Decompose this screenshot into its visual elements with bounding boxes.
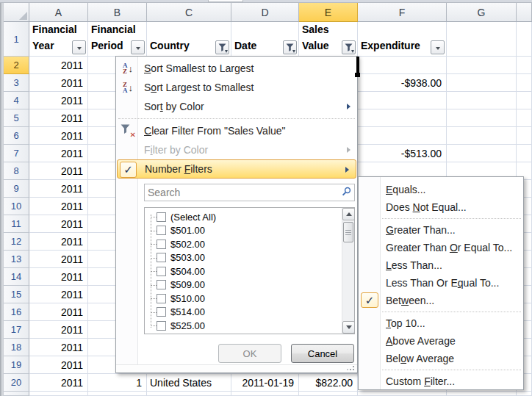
cell-A6[interactable]: 2011	[29, 127, 88, 145]
cell-H4[interactable]	[517, 92, 532, 109]
cell-A17[interactable]: 2011	[29, 321, 88, 339]
cell-F4[interactable]	[358, 92, 447, 109]
cell-F3[interactable]: -$938.00	[358, 74, 447, 92]
filter-button-financial-year[interactable]	[72, 40, 86, 54]
checkbox[interactable]	[157, 226, 166, 235]
cell-A4[interactable]: 2011	[29, 92, 88, 109]
filter-button-sales-value[interactable]	[342, 40, 356, 54]
menu-item-clear-filter-from-sales-value[interactable]: ✕Clear Filter From "Sales Value"	[116, 121, 357, 140]
row-header-17[interactable]: 17	[4, 321, 29, 339]
row-header-9[interactable]: 9	[4, 180, 29, 198]
submenu-item-above-average[interactable]: Above Average	[359, 332, 523, 350]
filter-value-item[interactable]: $525.00	[145, 319, 341, 333]
cell[interactable]	[447, 392, 517, 396]
cell[interactable]	[358, 392, 447, 396]
cell-C20[interactable]: United States	[147, 374, 231, 392]
scroll-up-icon[interactable]	[342, 208, 355, 220]
search-input[interactable]	[145, 187, 342, 198]
checkbox[interactable]	[157, 321, 166, 331]
cell-F5[interactable]	[358, 109, 447, 127]
row-header-14[interactable]: 14	[4, 268, 29, 286]
filter-button-expenditure[interactable]	[431, 40, 445, 54]
cell-H6[interactable]	[517, 127, 532, 145]
menu-item-filter-by-color[interactable]: Filter by Color	[116, 140, 357, 159]
filter-value-item[interactable]: (Select All)	[145, 210, 341, 224]
row-header-partial[interactable]	[4, 392, 29, 396]
row-header-7[interactable]: 7	[4, 145, 29, 162]
checkbox[interactable]	[157, 240, 166, 249]
cell-H2[interactable]	[517, 57, 532, 74]
submenu-item-greater-than-or-equal-to[interactable]: Greater Than Or Equal To...	[359, 239, 523, 256]
row-header-15[interactable]: 15	[4, 286, 29, 303]
cell[interactable]	[299, 392, 358, 396]
checkbox[interactable]	[157, 253, 166, 262]
filter-button-financial-period[interactable]	[131, 40, 145, 54]
cell-G4[interactable]	[447, 92, 517, 109]
cell-A18[interactable]: 2011	[29, 339, 88, 356]
submenu-item-below-average[interactable]: Below Average	[359, 350, 523, 367]
cell-A15[interactable]: 2011	[29, 286, 88, 303]
menu-item-number-filters[interactable]: ✓Number Filters	[117, 159, 356, 179]
row-header-2[interactable]: 2	[4, 57, 29, 74]
column-header-C[interactable]: C	[147, 3, 231, 22]
filter-value-item[interactable]: $501.00	[145, 224, 341, 238]
cell[interactable]	[231, 392, 299, 396]
scrollbar[interactable]	[342, 208, 354, 334]
cell-G5[interactable]	[447, 109, 517, 127]
cell-A14[interactable]: 2011	[29, 268, 88, 286]
submenu-item-does-not-equal[interactable]: Does Not Equal...	[359, 198, 523, 216]
cell-A3[interactable]: 2011	[29, 74, 88, 92]
cell-F7[interactable]: -$513.00	[358, 145, 447, 162]
cell[interactable]	[447, 22, 517, 57]
cell-A9[interactable]: 2011	[29, 180, 88, 198]
column-header-E[interactable]: E	[299, 3, 358, 22]
row-header-11[interactable]: 11	[4, 215, 29, 233]
filter-value-item[interactable]: $509.00	[145, 278, 341, 292]
column-header-A[interactable]: A	[29, 3, 88, 22]
cell-G3[interactable]	[447, 74, 517, 92]
filter-value-item[interactable]: $504.00	[145, 264, 341, 278]
cell-A2[interactable]: 2011	[29, 57, 88, 74]
filter-value-item[interactable]: $503.00	[145, 251, 341, 265]
column-header-D[interactable]: D	[231, 3, 299, 22]
submenu-item-less-than[interactable]: Less Than...	[359, 256, 523, 274]
row-header-10[interactable]: 10	[4, 198, 29, 215]
submenu-item-less-than-or-equal-to[interactable]: Less Than Or Equal To...	[359, 274, 523, 292]
search-icon[interactable]	[342, 186, 351, 199]
fill-handle[interactable]	[355, 73, 360, 77]
checkbox[interactable]	[157, 280, 166, 289]
column-header-G[interactable]: G	[447, 3, 517, 22]
cell[interactable]	[147, 392, 231, 396]
cell-A20[interactable]: 2011	[29, 374, 88, 392]
column-header-B[interactable]: B	[88, 3, 147, 22]
cell-H5[interactable]	[517, 109, 532, 127]
cell-F6[interactable]	[358, 127, 447, 145]
checkbox[interactable]	[157, 294, 166, 303]
ok-button[interactable]: OK	[218, 344, 281, 363]
checkbox[interactable]	[157, 212, 166, 222]
checkbox[interactable]	[157, 267, 166, 276]
column-header-partial[interactable]	[517, 3, 532, 22]
cell-D20[interactable]: 2011-01-19	[231, 374, 299, 392]
cell-A11[interactable]: 2011	[29, 215, 88, 233]
menu-item-sort-by-color[interactable]: Sort by Color	[116, 97, 357, 116]
scrollbar-thumb[interactable]	[343, 222, 353, 242]
checkbox[interactable]	[157, 307, 166, 317]
cell-G6[interactable]	[447, 127, 517, 145]
cell-G7[interactable]	[447, 145, 517, 162]
row-header-20[interactable]: 20	[4, 374, 29, 392]
filter-value-item[interactable]: $514.00	[145, 306, 341, 320]
menu-item-sort-smallest-to-largest[interactable]: AZ↓Sort Smallest to Largest	[116, 59, 357, 78]
cell-A10[interactable]: 2011	[29, 198, 88, 215]
row-header-5[interactable]: 5	[4, 109, 29, 127]
cell-H3[interactable]	[517, 74, 532, 92]
row-header-16[interactable]: 16	[4, 303, 29, 321]
cell-A19[interactable]: 2011	[29, 356, 88, 374]
submenu-item-top-10[interactable]: Top 10...	[359, 314, 523, 332]
row-header-1[interactable]: 1	[4, 22, 29, 57]
cell[interactable]	[517, 392, 532, 396]
cell-A12[interactable]: 2011	[29, 233, 88, 251]
cell-A8[interactable]: 2011	[29, 162, 88, 180]
cell-F2[interactable]	[358, 57, 447, 74]
submenu-item-between[interactable]: ✓Between...	[359, 292, 523, 309]
